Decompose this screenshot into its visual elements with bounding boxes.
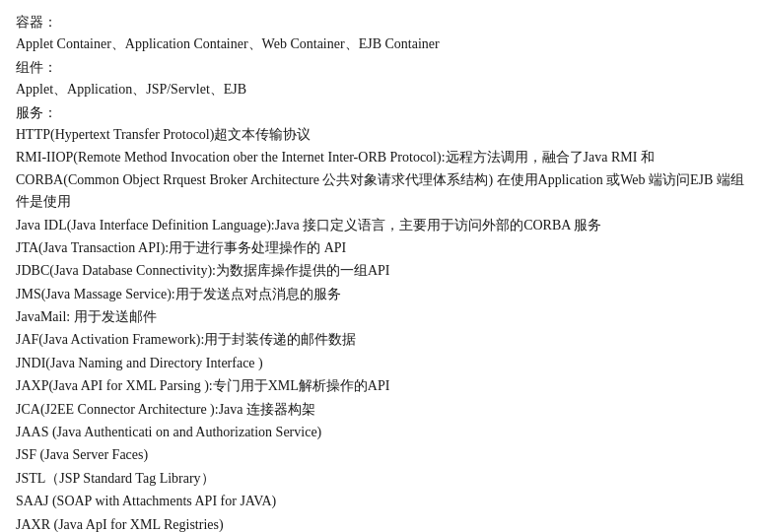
service-item: JAAS (Java Authenticati on and Authoriza… xyxy=(16,422,746,443)
service-item: JCA(J2EE Connector Architecture ):Java 连… xyxy=(16,399,746,421)
container-content: Applet Container、Application Container、W… xyxy=(16,33,746,55)
section-services: 服务： HTTP(Hypertext Transfer Protocol)超文本… xyxy=(16,102,746,532)
service-item: SAAJ (SOAP with Attachments API for JAVA… xyxy=(16,491,746,512)
services-list: HTTP(Hypertext Transfer Protocol)超文本传输协议… xyxy=(16,124,746,532)
service-item: JSF (Java Server Faces) xyxy=(16,444,746,466)
service-item: JavaMail: 用于发送邮件 xyxy=(16,306,746,328)
service-item: JDBC(Java Database Connectivity):为数据库操作提… xyxy=(16,260,746,282)
service-item: JAXR (Java ApI for XML Registries) xyxy=(16,514,746,532)
service-item: JSTL（JSP Standard Tag Library） xyxy=(16,468,746,490)
service-item: HTTP(Hypertext Transfer Protocol)超文本传输协议 xyxy=(16,124,746,146)
service-item: RMI-IIOP(Remote Method Invocation ober t… xyxy=(16,147,746,213)
section-container: 容器： Applet Container、Application Contain… xyxy=(16,12,746,56)
main-content: 容器： Applet Container、Application Contain… xyxy=(16,12,746,532)
container-label: 容器： xyxy=(16,12,746,33)
service-item: JNDI(Java Naming and Directory Interface… xyxy=(16,353,746,374)
service-item: JAXP(Java API for XML Parsing ):专门用于XML解… xyxy=(16,375,746,397)
service-item: JMS(Java Massage Service):用于发送点对点消息的服务 xyxy=(16,284,746,305)
component-content: Applet、Application、JSP/Servlet、EJB xyxy=(16,79,746,100)
service-item: Java IDL(Java Interface Definition Langu… xyxy=(16,215,746,236)
component-label: 组件： xyxy=(16,57,746,79)
section-component: 组件： Applet、Application、JSP/Servlet、EJB xyxy=(16,57,746,101)
services-label: 服务： xyxy=(16,102,746,124)
service-item: JAF(Java Activation Framework):用于封装传递的邮件… xyxy=(16,329,746,351)
service-item: JTA(Java Transaction API):用于进行事务处理操作的 AP… xyxy=(16,237,746,259)
